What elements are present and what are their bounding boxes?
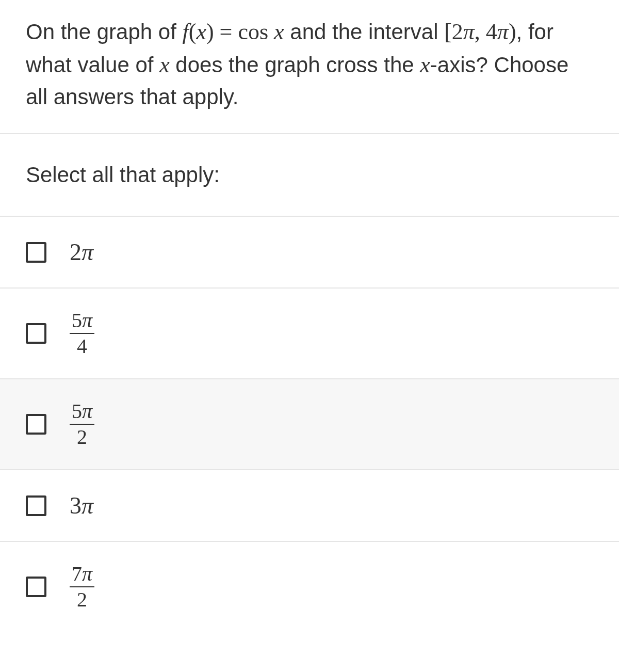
option-row-1[interactable]: 5π4 bbox=[0, 289, 619, 379]
option-label-3: 3π bbox=[70, 492, 93, 519]
options-list: 2π5π45π23π7π2 bbox=[0, 217, 619, 632]
question-part4: does the graph cross the bbox=[170, 53, 420, 77]
checkbox-4[interactable] bbox=[26, 577, 46, 597]
question-text: On the graph of f(x) = cos x and the int… bbox=[0, 0, 619, 134]
instruction-text: Select all that apply: bbox=[0, 134, 619, 217]
option-row-3[interactable]: 3π bbox=[0, 470, 619, 542]
question-fx: f(x) = cos x bbox=[183, 19, 284, 44]
option-row-2[interactable]: 5π2 bbox=[0, 379, 619, 470]
checkbox-2[interactable] bbox=[26, 414, 46, 435]
option-label-4: 7π2 bbox=[70, 564, 94, 610]
question-part2: and the interval bbox=[284, 20, 445, 44]
question-xvar: x bbox=[159, 52, 170, 77]
option-row-4[interactable]: 7π2 bbox=[0, 542, 619, 632]
question-xaxis: x bbox=[420, 52, 430, 77]
question-part1: On the graph of bbox=[26, 20, 183, 44]
option-label-2: 5π2 bbox=[70, 401, 94, 447]
option-label-0: 2π bbox=[70, 238, 93, 266]
option-label-1: 5π4 bbox=[70, 310, 94, 357]
checkbox-1[interactable] bbox=[26, 323, 46, 344]
checkbox-3[interactable] bbox=[26, 495, 46, 516]
checkbox-0[interactable] bbox=[26, 242, 46, 263]
option-row-0[interactable]: 2π bbox=[0, 217, 619, 289]
question-interval: [2π, 4π) bbox=[444, 19, 516, 44]
